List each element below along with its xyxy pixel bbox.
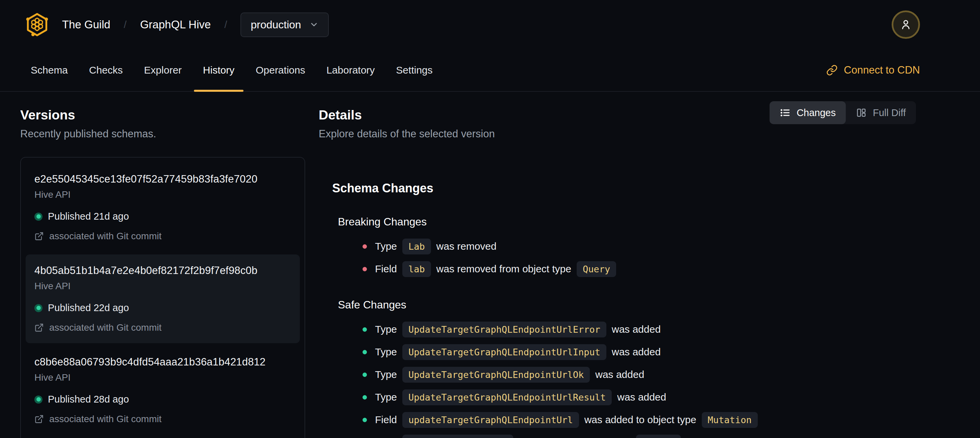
change-row: TypeUpdateTargetGraphQLEndpointUrlResult… [363,388,916,407]
tab-operations[interactable]: Operations [247,49,314,91]
bullet-icon [363,244,367,249]
bullet-icon [363,373,367,377]
code-chip: UpdateTargetGraphQLEndpointUrlError [402,322,606,338]
full-diff-toggle-button[interactable]: Full Diff [846,101,916,124]
code-chip: updateTargetGraphQLEndpointUrl [402,412,579,428]
git-commit-link[interactable]: associated with Git commit [34,414,291,425]
git-commit-text: associated with Git commit [49,414,162,425]
published-dot-icon [34,395,43,404]
safe-changes-list: TypeUpdateTargetGraphQLEndpointUrlErrorw… [338,320,916,438]
details-column: Details Explore details of the selected … [319,92,980,438]
version-status-text: Published 22d ago [48,303,129,314]
version-hash: e2e55045345ce13fe07f52a77459b83fa3fe7020 [34,173,291,185]
chevron-down-icon [309,20,319,29]
change-text: Field [375,436,397,438]
change-text: was added [612,323,661,335]
bullet-icon [363,350,367,354]
schema-changes-title: Schema Changes [332,181,916,195]
change-text: was added [617,392,666,403]
details-header: Details Explore details of the selected … [319,92,916,140]
tab-checks[interactable]: Checks [80,49,132,91]
tab-schema[interactable]: Schema [22,49,77,91]
change-text: was removed [436,241,496,252]
version-hash: c8b6e88a06793b9c4dfd54aaa21b36a1b421d812 [34,356,291,368]
breaking-changes-list: TypeLabwas removedFieldlabwas removed fr… [338,237,916,279]
change-row: FieldgraphqlEndpointUrlwas added to obje… [363,433,916,438]
external-link-icon [34,231,44,241]
tab-laboratory[interactable]: Laboratory [317,49,384,91]
safe-changes-section: Safe Changes TypeUpdateTargetGraphQLEndp… [338,299,916,438]
change-text: was added to object type [584,414,697,425]
external-link-icon [34,414,44,424]
change-text: was added to object type [519,436,631,438]
code-chip: Lab [402,239,431,255]
bullet-icon [363,418,367,422]
changes-toggle-label: Changes [797,107,836,118]
code-chip: UpdateTargetGraphQLEndpointUrlOk [402,367,590,383]
person-icon [899,18,913,31]
change-row: TypeLabwas removed [363,237,916,256]
change-text: Type [375,346,397,358]
version-status: Published 28d ago [34,394,291,405]
link-icon [826,64,838,76]
connect-to-cdn-label: Connect to CDN [844,64,920,76]
nav-tabs: SchemaChecksExplorerHistoryOperationsLab… [22,49,445,91]
main-nav: SchemaChecksExplorerHistoryOperationsLab… [0,49,980,92]
code-chip: UpdateTargetGraphQLEndpointUrlResult [402,389,612,405]
tab-explorer[interactable]: Explorer [135,49,191,91]
details-title: Details [319,108,495,123]
published-dot-icon [34,213,43,221]
connect-to-cdn-link[interactable]: Connect to CDN [826,49,920,91]
git-commit-text: associated with Git commit [49,322,162,333]
version-card[interactable]: e2e55045345ce13fe07f52a77459b83fa3fe7020… [25,163,300,252]
change-text: Type [375,241,397,252]
changes-toggle-button[interactable]: Changes [770,101,846,124]
version-service: Hive API [34,281,291,291]
change-row: TypeUpdateTargetGraphQLEndpointUrlErrorw… [363,320,916,339]
code-chip: Target [636,435,681,438]
version-status-text: Published 28d ago [48,394,129,405]
versions-list: e2e55045345ce13fe07f52a77459b83fa3fe7020… [20,157,305,438]
version-service: Hive API [34,372,291,383]
version-card[interactable]: c8b6e88a06793b9c4dfd54aaa21b36a1b421d812… [25,346,300,435]
breadcrumb-project[interactable]: GraphQL Hive [140,18,211,31]
breadcrumb-separator: / [124,19,126,30]
breaking-changes-heading: Breaking Changes [338,216,916,228]
change-row: FieldupdateTargetGraphQLEndpointUrlwas a… [363,410,916,429]
code-chip: lab [402,261,431,277]
git-commit-link[interactable]: associated with Git commit [34,231,291,242]
versions-title: Versions [20,108,305,123]
git-commit-link[interactable]: associated with Git commit [34,322,291,333]
version-service: Hive API [34,189,291,200]
version-status: Published 22d ago [34,303,291,314]
change-text: was added [612,346,661,358]
change-text: Type [375,392,397,403]
version-status: Published 21d ago [34,211,291,222]
main-content: Versions Recently published schemas. e2e… [0,92,980,438]
safe-changes-heading: Safe Changes [338,299,916,311]
change-text: Field [375,414,397,425]
change-text: was removed from object type [436,263,571,275]
versions-column: Versions Recently published schemas. e2e… [20,92,305,438]
bullet-icon [363,327,367,332]
target-selector-value: production [251,19,301,31]
code-chip: UpdateTargetGraphQLEndpointUrlInput [402,344,606,360]
user-avatar-button[interactable] [892,10,920,39]
bullet-icon [363,267,367,271]
breadcrumb-separator: / [224,19,227,30]
published-dot-icon [34,304,43,312]
details-header-text: Details Explore details of the selected … [319,92,495,140]
version-card[interactable]: 4b05ab51b1b4a7e2e4b0ef82172f2b9f7ef98c0b… [25,255,300,343]
tab-settings[interactable]: Settings [387,49,441,91]
hive-logo-icon[interactable] [24,12,50,37]
version-status-text: Published 21d ago [48,211,129,222]
breadcrumb: The Guild / GraphQL Hive / production [62,13,329,37]
tab-history[interactable]: History [194,49,243,91]
breadcrumb-org[interactable]: The Guild [62,18,110,31]
versions-subtitle: Recently published schemas. [20,128,305,140]
version-hash: 4b05ab51b1b4a7e2e4b0ef82172f2b9f7ef98c0b [34,264,291,277]
list-icon [780,107,791,118]
change-text: Type [375,369,397,380]
target-selector[interactable]: production [240,13,328,37]
bullet-icon [363,395,367,400]
